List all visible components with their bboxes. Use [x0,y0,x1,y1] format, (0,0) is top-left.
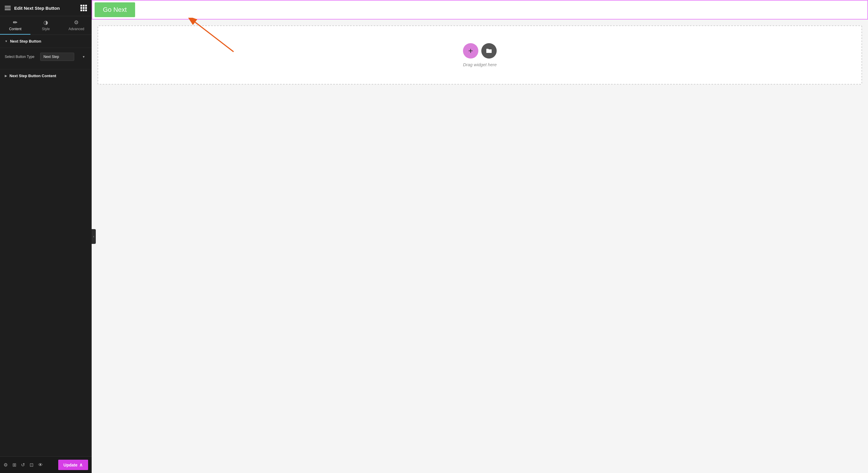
section-next-step-button-body: Select Button Type Next Step Previous St… [0,48,92,69]
tab-content-label: Content [9,27,22,31]
canvas-area: + Drag widget here [92,20,868,473]
tab-style-label: Style [42,27,50,31]
layers-icon[interactable]: ⊞ [12,462,16,468]
sidebar-footer: ⚙ ⊞ ↺ ⊡ 👁 Update ∧ [0,456,92,473]
add-widget-button[interactable]: + [463,43,478,59]
sidebar-collapse-handle[interactable]: ‹ [92,229,96,244]
sidebar-content: ▼ Next Step Button Select Button Type Ne… [0,35,92,456]
section-collapsed-arrow: ▶ [5,74,7,77]
drop-zone-label: Drag widget here [463,62,497,67]
tab-style[interactable]: ◑ Style [30,16,61,35]
update-button[interactable]: Update ∧ [58,460,88,470]
button-type-row: Select Button Type Next Step Previous St… [5,53,87,61]
advanced-tab-icon: ⚙ [74,19,79,26]
settings-icon[interactable]: ⚙ [4,462,8,468]
tab-advanced-label: Advanced [69,27,84,31]
section-next-step-button-label: Next Step Button [10,39,41,43]
button-type-select-wrapper: Next Step Previous Step Submit Custom [40,53,87,61]
section-next-step-button[interactable]: ▼ Next Step Button [0,35,92,48]
section-next-step-button-content-label: Next Step Button Content [9,73,56,78]
footer-icons-group: ⚙ ⊞ ↺ ⊡ 👁 [4,462,43,468]
update-chevron-icon: ∧ [79,462,83,468]
responsive-icon[interactable]: ⊡ [30,462,33,468]
tab-advanced[interactable]: ⚙ Advanced [61,16,92,35]
history-icon[interactable]: ↺ [21,462,25,468]
go-next-button[interactable]: Go Next [95,2,135,17]
section-expand-arrow: ▼ [5,40,8,43]
sidebar-title: Edit Next Step Button [14,6,60,11]
hamburger-menu-icon[interactable] [5,6,11,10]
style-tab-icon: ◑ [43,19,48,26]
grid-menu-icon[interactable] [81,5,87,11]
drop-zone: + Drag widget here [98,25,862,85]
tab-content[interactable]: ✏ Content [0,16,30,35]
main-content: Go Next + Drag widget here [92,0,868,473]
sidebar: Edit Next Step Button ✏ Content ◑ Style … [0,0,92,473]
button-type-select[interactable]: Next Step Previous Step Submit Custom [40,53,74,61]
browse-widget-button[interactable] [481,43,497,59]
section-next-step-button-content[interactable]: ▶ Next Step Button Content [0,69,92,82]
tabs-bar: ✏ Content ◑ Style ⚙ Advanced [0,16,92,35]
drop-zone-icons: + [463,43,497,59]
sidebar-header: Edit Next Step Button [0,0,92,16]
update-button-label: Update [64,463,78,467]
top-bar: Go Next [92,0,868,20]
button-type-label: Select Button Type [5,55,37,59]
sidebar-header-left: Edit Next Step Button [5,6,60,11]
content-tab-icon: ✏ [13,19,18,26]
eye-icon[interactable]: 👁 [38,462,43,468]
